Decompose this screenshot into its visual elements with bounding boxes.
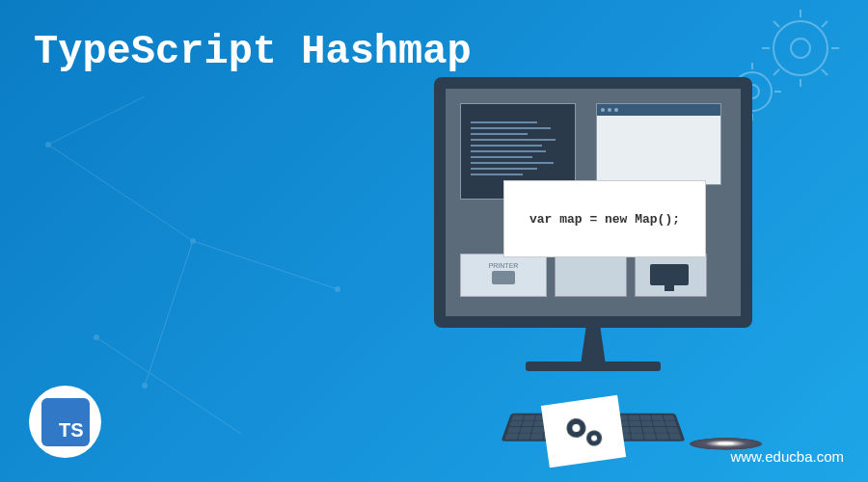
- gears-icon: [556, 409, 610, 454]
- monitor-screen: var map = new Map(); PRINTER: [434, 77, 752, 328]
- svg-point-7: [142, 383, 148, 388]
- website-url: www.educba.com: [730, 448, 844, 465]
- typescript-logo: TS: [41, 398, 90, 446]
- svg-point-9: [94, 335, 99, 340]
- svg-rect-14: [492, 271, 515, 284]
- svg-line-0: [48, 145, 193, 241]
- bottom-panels: PRINTER: [460, 254, 726, 307]
- svg-point-8: [335, 286, 340, 292]
- svg-line-3: [96, 337, 241, 434]
- svg-point-6: [190, 238, 196, 244]
- app-window: [596, 103, 721, 185]
- screen-content: var map = new Map(); PRINTER: [446, 89, 741, 316]
- svg-point-5: [45, 142, 51, 147]
- small-panel-2: [635, 254, 707, 297]
- small-panel-1: [555, 254, 627, 297]
- typescript-badge: TS: [29, 386, 101, 458]
- page-title: TypeScript Hashmap: [34, 29, 472, 75]
- paper-illustration: [541, 395, 626, 469]
- svg-line-4: [48, 96, 145, 145]
- svg-rect-16: [665, 285, 674, 291]
- svg-line-2: [193, 241, 338, 289]
- svg-rect-15: [650, 264, 689, 285]
- svg-point-11: [791, 39, 810, 58]
- code-snippet-popup: var map = new Map();: [503, 180, 706, 257]
- monitor-base: [526, 362, 661, 371]
- svg-line-1: [145, 241, 193, 386]
- monitor-stand: [569, 328, 617, 362]
- printer-panel: PRINTER: [460, 254, 547, 297]
- svg-point-10: [773, 21, 827, 75]
- monitor-illustration: var map = new Map(); PRINTER: [434, 77, 752, 371]
